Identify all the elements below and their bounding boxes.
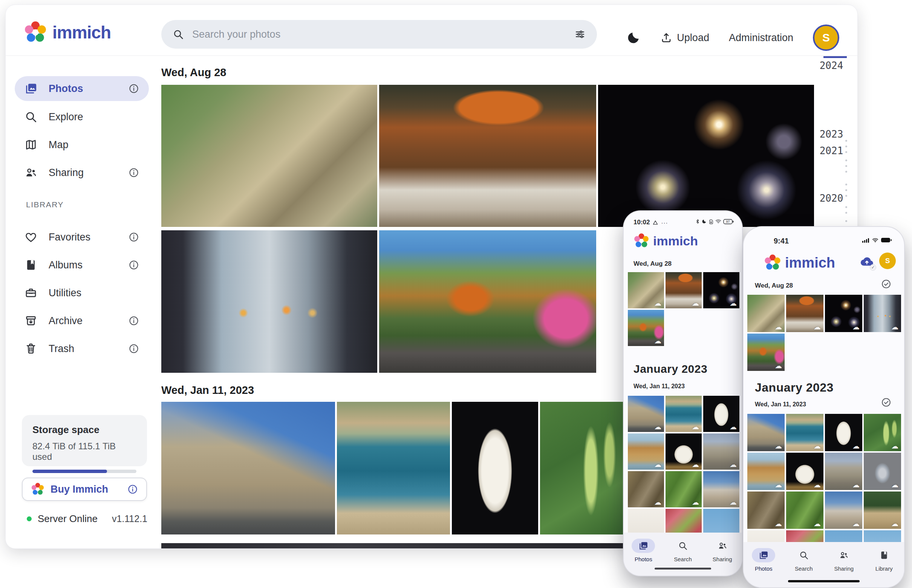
search-filters-icon[interactable] <box>574 29 586 40</box>
thumb-dinner[interactable]: ☁ <box>786 295 823 332</box>
immich-marketing-screenshot: immich <box>0 0 912 588</box>
photo-fortress-walls[interactable] <box>161 402 335 535</box>
info-icon[interactable] <box>129 167 139 178</box>
photo-dinner-table[interactable] <box>379 85 596 227</box>
thumb-sculpture[interactable]: ☁ <box>786 453 823 490</box>
thumb-lizard-moss[interactable]: ☁ <box>786 491 823 529</box>
sidebar-item-favorites[interactable]: Favorites <box>15 225 149 250</box>
thumb-fortress[interactable]: ☁ <box>747 414 784 451</box>
thumb-bust[interactable]: ☁ <box>825 414 862 451</box>
thumb-lizard[interactable]: ☁ <box>628 471 664 507</box>
thumb-coast[interactable]: ☁ <box>786 414 823 451</box>
nav-sharing[interactable]: Sharing <box>832 548 856 572</box>
thumb-fortress[interactable]: ☁ <box>628 396 664 432</box>
search-input[interactable] <box>192 29 566 40</box>
photo-coastal-fort[interactable] <box>337 402 450 535</box>
thumb-coast[interactable]: ☁ <box>665 396 702 432</box>
nav-photos[interactable]: Photos <box>632 539 655 562</box>
dark-mode-moon-icon[interactable] <box>626 31 641 45</box>
photos-icon <box>759 550 768 560</box>
storage-title: Storage space <box>32 424 136 436</box>
sidebar-item-explore[interactable]: Explore <box>15 104 149 129</box>
info-icon[interactable] <box>128 484 138 494</box>
sidebar-item-map[interactable]: Map <box>15 132 149 157</box>
thumb-lizard[interactable]: ☁ <box>747 491 784 529</box>
user-avatar[interactable]: S <box>879 252 896 269</box>
sidebar-item-albums[interactable]: Albums <box>15 252 149 278</box>
search-bar[interactable] <box>161 20 597 48</box>
info-icon[interactable] <box>129 315 139 326</box>
user-avatar[interactable]: S <box>813 24 839 51</box>
search-icon <box>799 550 809 560</box>
nav-search[interactable]: Search <box>671 539 694 562</box>
nav-search[interactable]: Search <box>792 548 815 572</box>
thumb-lizard-moss[interactable]: ☁ <box>665 471 702 507</box>
storage-bar-fill <box>32 470 107 473</box>
info-icon[interactable] <box>129 232 139 242</box>
home-indicator[interactable] <box>788 580 860 582</box>
sidebar-item-utilities[interactable]: Utilities <box>15 280 149 305</box>
thumb-green-berries[interactable]: ☁ <box>864 414 901 451</box>
cloud-sync-icon: ☁ <box>891 481 898 489</box>
home-indicator[interactable] <box>655 568 711 570</box>
thumb-ruins[interactable]: ☁ <box>825 453 862 490</box>
cloud-sync-icon: ☁ <box>730 423 737 431</box>
photo-holding-hands[interactable] <box>161 230 377 373</box>
thumb-alpine-farm[interactable]: ☁ <box>864 491 901 529</box>
thumb-snowy-church[interactable]: ☁ <box>825 491 862 529</box>
buy-immich-button[interactable]: Buy Immich <box>22 478 147 501</box>
timeline-year[interactable]: 2023 <box>815 129 847 140</box>
administration-link[interactable]: Administration <box>729 32 793 44</box>
thumb-beach-cliff[interactable]: ☁ <box>747 453 784 490</box>
select-all-check-icon[interactable] <box>881 397 891 407</box>
timeline-tick <box>845 189 847 191</box>
thumb-ruins[interactable]: ☁ <box>703 433 739 470</box>
info-icon[interactable] <box>129 83 139 94</box>
thumb-holding-hands[interactable]: ☁ <box>864 295 901 332</box>
info-icon[interactable] <box>129 260 139 270</box>
sidebar-item-sharing[interactable]: Sharing <box>15 160 149 185</box>
upload-button[interactable]: Upload <box>660 32 709 44</box>
toolbox-icon <box>24 286 37 299</box>
thumb-snowy-church[interactable]: ☁ <box>703 471 739 507</box>
timeline-year[interactable]: 2020 <box>815 192 847 204</box>
photo-fireworks[interactable] <box>598 85 814 227</box>
sidebar-item-trash[interactable]: Trash <box>15 336 149 361</box>
cloud-sync-icon: ☁ <box>775 442 782 450</box>
nav-library[interactable]: Library <box>872 548 896 572</box>
phone2-date-jan: Wed, Jan 11, 2023 <box>755 401 806 408</box>
sidebar-item-photos[interactable]: Photos <box>15 76 149 101</box>
cloud-backup-icon[interactable]: ✓ <box>859 254 874 269</box>
album-book-icon <box>24 258 37 271</box>
thumb-sculpture[interactable]: ☁ <box>665 433 702 470</box>
info-icon[interactable] <box>129 343 139 354</box>
timeline-tick <box>845 145 847 147</box>
thumb-silver-ornament[interactable]: ☁ <box>864 453 901 490</box>
photo-garden-path[interactable] <box>379 230 596 373</box>
select-all-check-icon[interactable] <box>881 279 891 289</box>
thumb-bust[interactable]: ☁ <box>703 396 739 432</box>
header-divider <box>6 55 857 56</box>
app-logo[interactable]: immich <box>24 21 111 44</box>
thumb-zoo[interactable]: ☁ <box>628 272 664 309</box>
cloud-sync-icon: ☁ <box>852 442 860 450</box>
thumb-garden-path[interactable]: ☁ <box>747 334 784 371</box>
thumb-fireworks[interactable]: ☁ <box>703 272 739 309</box>
nav-photos[interactable]: Photos <box>752 548 775 572</box>
thumb-dinner[interactable]: ☁ <box>665 272 702 309</box>
sidebar-item-archive[interactable]: Archive <box>15 309 149 333</box>
phone2-aug-grid: ☁ ☁ ☁ ☁ ☁ <box>747 295 902 371</box>
photos-icon <box>24 82 37 95</box>
timeline-current-indicator <box>823 56 847 58</box>
photo-marble-bust[interactable] <box>452 402 538 535</box>
thumb-beach-cliff[interactable]: ☁ <box>628 433 664 470</box>
timeline-year[interactable]: 2021 <box>815 145 847 157</box>
thumb-fireworks[interactable]: ☁ <box>825 295 862 332</box>
trash-icon <box>24 342 37 355</box>
thumb-zoo[interactable]: ☁ <box>747 295 784 332</box>
nav-sharing[interactable]: Sharing <box>711 539 734 562</box>
photo-zoo[interactable] <box>161 85 377 227</box>
timeline-year[interactable]: 2024 <box>815 60 847 71</box>
photo-green-berries[interactable] <box>540 402 625 535</box>
thumb-garden-path[interactable]: ☁ <box>628 310 664 346</box>
